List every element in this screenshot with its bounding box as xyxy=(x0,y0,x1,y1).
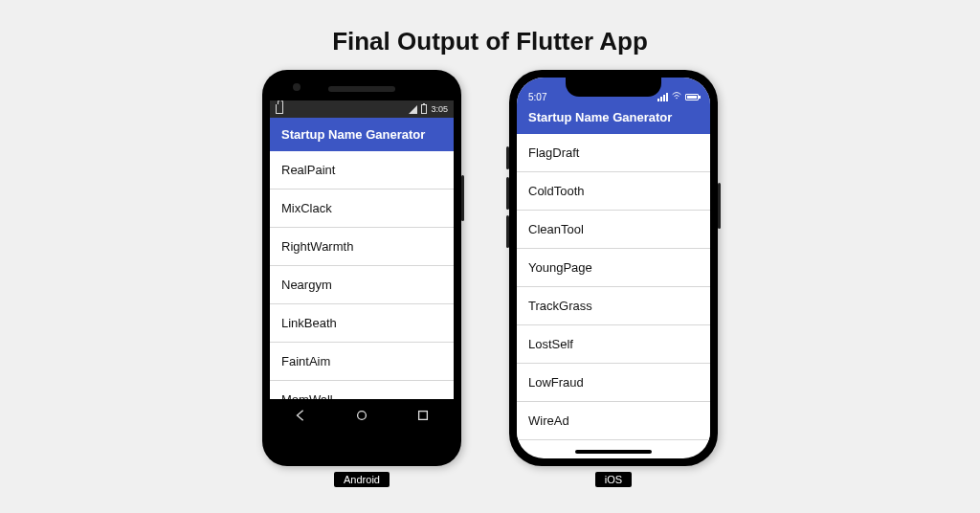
ios-notch xyxy=(566,78,661,97)
list-item[interactable]: FaintAim xyxy=(270,343,454,381)
ios-device-frame: 5:07 Startup Name Ganerator FlagDraft Co… xyxy=(509,70,718,466)
nav-home-button[interactable] xyxy=(355,409,368,422)
android-status-bar: 3:05 xyxy=(270,100,454,118)
nav-back-button[interactable] xyxy=(294,409,307,422)
app-bar-title: Startup Name Ganerator xyxy=(281,127,425,142)
phones-container: 3:05 Startup Name Ganerator RealPaint Mi… xyxy=(0,70,980,487)
list-item[interactable]: Neargym xyxy=(270,266,454,304)
list-item[interactable]: WireAd xyxy=(517,402,710,440)
list-item[interactable]: MixClack xyxy=(270,190,454,228)
svg-point-0 xyxy=(358,412,367,420)
ios-screen: 5:07 Startup Name Ganerator FlagDraft Co… xyxy=(517,78,710,458)
list-item[interactable]: CleanTool xyxy=(517,211,710,249)
android-device-label: Android xyxy=(334,472,390,487)
ios-app-bar: Startup Name Ganerator xyxy=(517,104,710,134)
ios-home-indicator[interactable] xyxy=(575,450,652,454)
android-speaker-grille xyxy=(328,86,395,92)
ios-column: 5:07 Startup Name Ganerator FlagDraft Co… xyxy=(509,70,718,487)
list-item[interactable]: RealPaint xyxy=(270,151,454,190)
battery-icon xyxy=(685,94,699,100)
battery-icon xyxy=(421,104,427,114)
status-time: 5:07 xyxy=(528,92,546,102)
android-app-bar: Startup Name Ganerator xyxy=(270,118,454,151)
list-item[interactable]: LinkBeath xyxy=(270,304,454,343)
status-time: 3:05 xyxy=(431,104,448,114)
list-item[interactable]: LostSelf xyxy=(517,325,710,364)
android-screen: 3:05 Startup Name Ganerator RealPaint Mi… xyxy=(270,100,454,432)
android-name-list[interactable]: RealPaint MixClack RightWarmth Neargym L… xyxy=(270,151,454,432)
app-bar-title: Startup Name Ganerator xyxy=(528,110,672,124)
ios-name-list[interactable]: FlagDraft ColdTooth CleanTool YoungPage … xyxy=(517,134,710,440)
signal-icon xyxy=(409,105,417,114)
ios-volume-down-button xyxy=(506,215,509,248)
list-item[interactable]: ColdTooth xyxy=(517,172,710,211)
ios-volume-up-button xyxy=(506,177,509,210)
android-power-button xyxy=(461,175,464,221)
list-item[interactable]: YoungPage xyxy=(517,249,710,287)
ios-power-button xyxy=(718,183,721,229)
ios-mute-switch xyxy=(506,146,509,169)
ios-device-label: iOS xyxy=(595,472,632,487)
list-item[interactable]: LowFraud xyxy=(517,364,710,402)
list-item[interactable]: RightWarmth xyxy=(270,228,454,266)
nav-recent-button[interactable] xyxy=(416,409,430,422)
wifi-icon xyxy=(672,91,681,102)
android-device-frame: 3:05 Startup Name Ganerator RealPaint Mi… xyxy=(262,70,461,466)
signal-icon xyxy=(657,93,668,101)
android-bottom-bezel xyxy=(270,432,454,458)
lock-icon xyxy=(276,104,283,114)
android-column: 3:05 Startup Name Ganerator RealPaint Mi… xyxy=(262,70,461,487)
list-item[interactable]: FlagDraft xyxy=(517,134,710,172)
android-front-camera xyxy=(293,83,301,91)
svg-point-2 xyxy=(676,98,678,100)
svg-rect-1 xyxy=(419,412,428,420)
page-title: Final Output of Flutter App xyxy=(0,0,980,70)
android-nav-bar xyxy=(270,399,454,432)
list-item[interactable]: TrackGrass xyxy=(517,287,710,325)
